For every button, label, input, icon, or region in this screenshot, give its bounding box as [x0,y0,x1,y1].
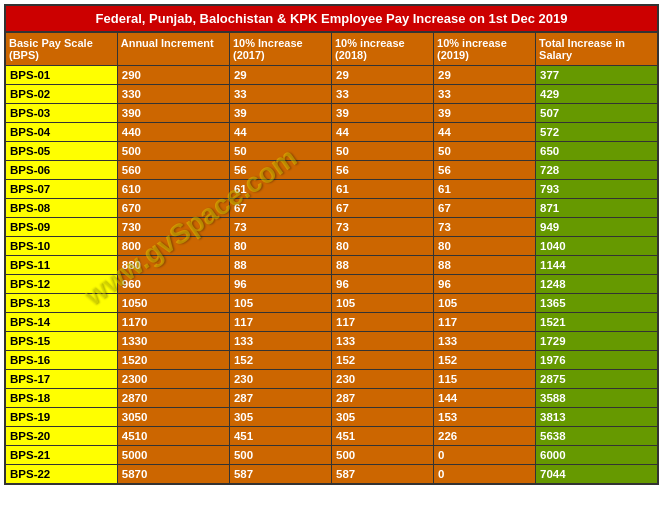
bps-cell: BPS-04 [5,123,117,142]
bps-cell: BPS-16 [5,351,117,370]
inc2019-cell: 56 [434,161,536,180]
inc2018-cell: 287 [332,389,434,408]
inc2019-cell: 39 [434,104,536,123]
inc2017-cell: 287 [229,389,331,408]
inc2018-cell: 451 [332,427,434,446]
total-cell: 1729 [536,332,658,351]
inc2017-cell: 500 [229,446,331,465]
header-2018: 10% increase (2018) [332,32,434,66]
inc2017-cell: 73 [229,218,331,237]
total-cell: 871 [536,199,658,218]
bps-cell: BPS-10 [5,237,117,256]
annual-cell: 2300 [117,370,229,389]
inc2017-cell: 88 [229,256,331,275]
bps-cell: BPS-19 [5,408,117,427]
inc2017-cell: 50 [229,142,331,161]
inc2019-cell: 88 [434,256,536,275]
annual-cell: 5870 [117,465,229,485]
bps-cell: BPS-13 [5,294,117,313]
inc2017-cell: 587 [229,465,331,485]
table-row: BPS-1310501051051051365 [5,294,658,313]
inc2019-cell: 44 [434,123,536,142]
table-row: BPS-118808888881144 [5,256,658,275]
inc2017-cell: 56 [229,161,331,180]
bps-cell: BPS-08 [5,199,117,218]
table-row: BPS-21500050050006000 [5,446,658,465]
table-row: BPS-2045104514512265638 [5,427,658,446]
annual-cell: 800 [117,237,229,256]
bps-cell: BPS-01 [5,66,117,85]
table-row: BPS-04440444444572 [5,123,658,142]
inc2019-cell: 67 [434,199,536,218]
table-row: BPS-1930503053051533813 [5,408,658,427]
table-row: BPS-09730737373949 [5,218,658,237]
total-cell: 507 [536,104,658,123]
inc2018-cell: 105 [332,294,434,313]
inc2019-cell: 105 [434,294,536,313]
total-cell: 3813 [536,408,658,427]
inc2018-cell: 39 [332,104,434,123]
total-cell: 6000 [536,446,658,465]
table-row: BPS-1513301331331331729 [5,332,658,351]
inc2017-cell: 67 [229,199,331,218]
total-cell: 572 [536,123,658,142]
inc2019-cell: 226 [434,427,536,446]
annual-cell: 440 [117,123,229,142]
inc2018-cell: 73 [332,218,434,237]
table-row: BPS-03390393939507 [5,104,658,123]
table-row: BPS-1615201521521521976 [5,351,658,370]
annual-cell: 1520 [117,351,229,370]
inc2019-cell: 0 [434,446,536,465]
total-cell: 1040 [536,237,658,256]
inc2019-cell: 96 [434,275,536,294]
inc2017-cell: 152 [229,351,331,370]
bps-cell: BPS-18 [5,389,117,408]
inc2018-cell: 33 [332,85,434,104]
inc2018-cell: 117 [332,313,434,332]
inc2018-cell: 133 [332,332,434,351]
header-2017: 10% Increase (2017) [229,32,331,66]
table-row: BPS-02330333333429 [5,85,658,104]
total-cell: 650 [536,142,658,161]
inc2018-cell: 80 [332,237,434,256]
inc2018-cell: 44 [332,123,434,142]
bps-cell: BPS-06 [5,161,117,180]
annual-cell: 1170 [117,313,229,332]
bps-cell: BPS-02 [5,85,117,104]
header-bps: Basic Pay Scale (BPS) [5,32,117,66]
annual-cell: 2870 [117,389,229,408]
annual-cell: 390 [117,104,229,123]
inc2017-cell: 39 [229,104,331,123]
header-annual: Annual Increment [117,32,229,66]
table-row: BPS-129609696961248 [5,275,658,294]
inc2019-cell: 33 [434,85,536,104]
table-row: BPS-1411701171171171521 [5,313,658,332]
annual-cell: 290 [117,66,229,85]
inc2018-cell: 50 [332,142,434,161]
bps-cell: BPS-20 [5,427,117,446]
inc2019-cell: 117 [434,313,536,332]
inc2017-cell: 117 [229,313,331,332]
total-cell: 429 [536,85,658,104]
table-row: BPS-07610616161793 [5,180,658,199]
inc2018-cell: 152 [332,351,434,370]
bps-cell: BPS-11 [5,256,117,275]
total-cell: 949 [536,218,658,237]
bps-cell: BPS-09 [5,218,117,237]
header-2019: 10% increase (2019) [434,32,536,66]
table-row: BPS-22587058758707044 [5,465,658,485]
inc2018-cell: 230 [332,370,434,389]
inc2018-cell: 88 [332,256,434,275]
inc2017-cell: 80 [229,237,331,256]
bps-cell: BPS-17 [5,370,117,389]
inc2018-cell: 96 [332,275,434,294]
bps-cell: BPS-14 [5,313,117,332]
annual-cell: 560 [117,161,229,180]
inc2019-cell: 29 [434,66,536,85]
bps-cell: BPS-03 [5,104,117,123]
inc2017-cell: 96 [229,275,331,294]
inc2018-cell: 61 [332,180,434,199]
table-row: BPS-1828702872871443588 [5,389,658,408]
annual-cell: 5000 [117,446,229,465]
table-row: BPS-108008080801040 [5,237,658,256]
